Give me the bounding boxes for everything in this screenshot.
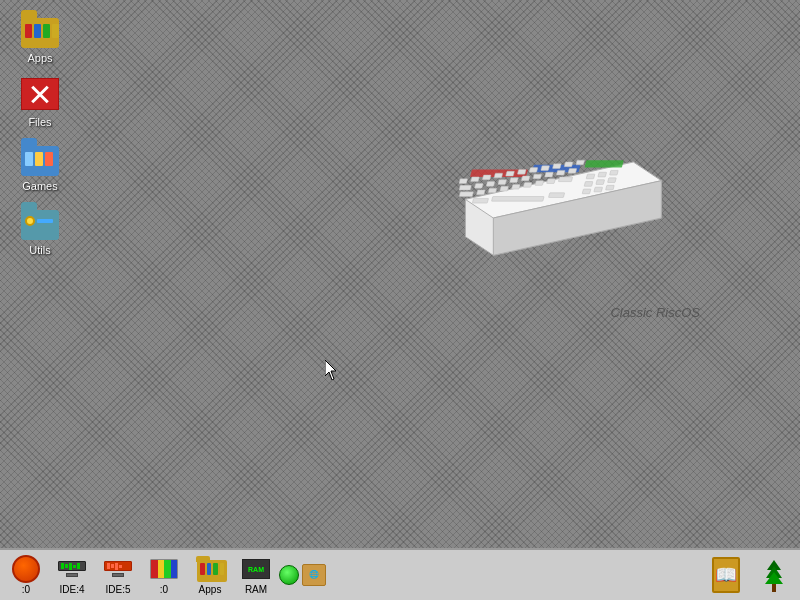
svg-rect-5	[584, 160, 623, 167]
svg-rect-38	[548, 193, 564, 198]
svg-rect-37	[491, 197, 544, 202]
taskbar-network[interactable]: 🌐	[280, 552, 324, 598]
taskbar-ide5[interactable]: IDE:5	[96, 552, 140, 598]
svg-rect-15	[564, 162, 573, 167]
tree-icon	[760, 561, 788, 589]
desktop: Apps Files	[0, 0, 800, 548]
svg-rect-40	[598, 172, 607, 177]
svg-rect-10	[506, 171, 515, 176]
svg-rect-44	[608, 178, 617, 183]
computer-illustration: Classic RiscOS	[400, 100, 700, 300]
taskbar-apps-icon	[196, 555, 224, 583]
sidebar-item-apps[interactable]: Apps	[10, 10, 70, 64]
sidebar-item-utils[interactable]: Utils	[10, 202, 70, 256]
taskbar-apps[interactable]: Apps	[188, 552, 232, 598]
svg-rect-12	[529, 168, 538, 173]
apps-label: Apps	[27, 52, 52, 64]
svg-rect-7	[471, 177, 480, 182]
svg-rect-36	[472, 198, 488, 203]
ide4-label: IDE:4	[59, 584, 84, 595]
sidebar: Apps Files	[10, 10, 70, 256]
svg-rect-13	[541, 166, 550, 171]
svg-rect-8	[482, 175, 491, 180]
svg-rect-47	[606, 185, 615, 190]
drive0-label: :0	[160, 584, 168, 595]
sidebar-item-files[interactable]: Files	[10, 74, 70, 128]
svg-rect-18	[474, 183, 483, 188]
drive0-icon	[150, 555, 178, 583]
network-icon: 🌐	[288, 561, 316, 589]
svg-rect-45	[582, 189, 591, 194]
mouse-cursor	[325, 360, 337, 380]
svg-rect-17	[459, 185, 471, 190]
svg-rect-41	[610, 170, 619, 175]
svg-rect-22	[521, 176, 530, 181]
svg-rect-31	[512, 184, 521, 189]
taskbar-drive0[interactable]: :0	[142, 552, 186, 598]
games-label: Games	[22, 180, 57, 192]
taskbar-ide4[interactable]: IDE:4	[50, 552, 94, 598]
sidebar-item-games[interactable]: Games	[10, 138, 70, 192]
svg-rect-16	[576, 160, 585, 165]
svg-rect-42	[584, 182, 593, 187]
svg-rect-43	[596, 180, 605, 185]
taskbar-ram[interactable]: RAM RAM	[234, 552, 278, 598]
svg-rect-14	[553, 164, 562, 169]
svg-rect-29	[488, 188, 497, 193]
svg-rect-25	[556, 170, 565, 175]
taskbar-tree[interactable]	[752, 552, 796, 598]
taskbar-right: 📖	[704, 552, 796, 598]
taskbar: :0 IDE:4	[0, 548, 800, 600]
ide4-icon	[58, 555, 86, 583]
svg-rect-21	[510, 178, 519, 183]
files-label: Files	[28, 116, 51, 128]
svg-rect-26	[568, 169, 577, 174]
ram-icon: RAM	[242, 555, 270, 583]
svg-rect-33	[535, 181, 544, 186]
svg-rect-6	[459, 179, 468, 184]
svg-marker-48	[325, 360, 336, 380]
svg-rect-32	[523, 183, 532, 188]
svg-rect-24	[545, 172, 554, 177]
svg-rect-46	[594, 187, 603, 192]
taskbar-apps-label: Apps	[199, 584, 222, 595]
svg-rect-34	[547, 179, 556, 184]
svg-rect-35	[558, 177, 572, 182]
svg-rect-19	[486, 182, 495, 187]
svg-rect-9	[494, 173, 503, 178]
svg-rect-23	[533, 174, 542, 179]
svg-rect-28	[476, 190, 485, 195]
svg-rect-49	[772, 584, 776, 592]
taskbar-riscos-label: :0	[22, 584, 30, 595]
risc-os-label: Classic RiscOS	[610, 305, 700, 320]
taskbar-help[interactable]: 📖	[704, 552, 748, 598]
svg-rect-11	[517, 169, 526, 174]
svg-rect-39	[586, 174, 595, 179]
ide5-label: IDE:5	[105, 584, 130, 595]
ram-label: RAM	[245, 584, 267, 595]
ide5-icon	[104, 555, 132, 583]
riscos-logo-icon	[12, 555, 40, 583]
svg-rect-20	[498, 180, 507, 185]
svg-rect-27	[459, 192, 473, 197]
svg-rect-30	[500, 186, 509, 191]
taskbar-riscos-logo[interactable]: :0	[4, 552, 48, 598]
help-book-icon: 📖	[712, 561, 740, 589]
utils-label: Utils	[29, 244, 50, 256]
